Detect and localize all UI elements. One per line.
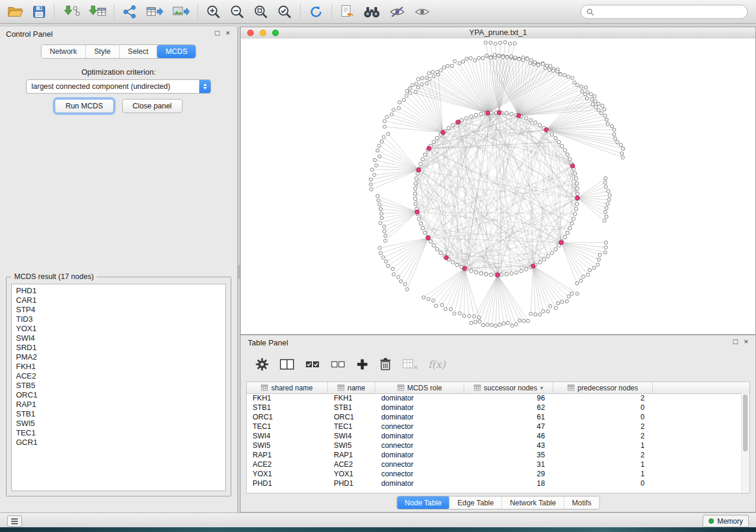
close-panel-icon[interactable]: × <box>744 337 748 346</box>
network-leaf-node[interactable] <box>586 273 590 277</box>
delete-column-button[interactable] <box>379 357 392 371</box>
network-node[interactable] <box>576 187 579 190</box>
mcds-result-item[interactable]: SRD1 <box>12 343 225 352</box>
network-leaf-node[interactable] <box>380 140 384 143</box>
network-leaf-node[interactable] <box>380 216 384 220</box>
export-image-button[interactable] <box>172 5 190 19</box>
mcds-result-item[interactable]: STB1 <box>12 409 225 419</box>
network-leaf-node[interactable] <box>383 120 387 123</box>
network-leaf-node[interactable] <box>373 158 377 162</box>
network-node[interactable] <box>474 113 478 117</box>
network-leaf-node[interactable] <box>489 56 493 60</box>
network-dominator-node[interactable] <box>427 146 431 150</box>
network-leaf-node[interactable] <box>382 136 386 139</box>
network-node[interactable] <box>413 192 417 196</box>
network-leaf-node[interactable] <box>481 56 485 60</box>
network-leaf-node[interactable] <box>589 92 593 96</box>
network-dominator-node[interactable] <box>516 114 521 118</box>
network-leaf-node[interactable] <box>376 149 379 152</box>
network-node[interactable] <box>432 140 435 144</box>
table-row[interactable]: YOX1YOX1connector291 <box>247 469 742 479</box>
network-leaf-node[interactable] <box>409 86 412 90</box>
table-row[interactable]: ORC1ORC1dominator610 <box>247 412 742 422</box>
table-row[interactable]: ACE2ACE2connector311 <box>247 460 742 469</box>
network-leaf-node[interactable] <box>422 296 426 299</box>
network-node[interactable] <box>474 271 478 274</box>
network-leaf-node[interactable] <box>606 202 610 206</box>
network-leaf-node[interactable] <box>573 81 576 85</box>
network-leaf-node[interactable] <box>593 266 596 270</box>
network-node[interactable] <box>435 248 439 251</box>
mcds-result-item[interactable]: SWI5 <box>12 419 225 428</box>
network-leaf-node[interactable] <box>385 116 389 119</box>
network-leaf-node[interactable] <box>621 147 625 150</box>
table-row[interactable]: TEC1TEC1connector472 <box>247 422 742 431</box>
network-node[interactable] <box>455 263 459 267</box>
search-box[interactable] <box>580 5 748 19</box>
tab-edge-table[interactable]: Edge Table <box>450 496 502 509</box>
network-leaf-node[interactable] <box>591 98 594 101</box>
mcds-result-item[interactable]: ACE2 <box>12 371 225 381</box>
network-node[interactable] <box>575 207 578 211</box>
network-leaf-node[interactable] <box>478 320 481 323</box>
network-node[interactable] <box>500 273 503 277</box>
network-leaf-node[interactable] <box>420 83 424 86</box>
network-leaf-node[interactable] <box>582 275 585 278</box>
network-leaf-node[interactable] <box>399 280 403 283</box>
export-table-button[interactable] <box>146 5 164 19</box>
network-leaf-node[interactable] <box>614 137 617 140</box>
network-leaf-node[interactable] <box>467 315 471 318</box>
network-leaf-node[interactable] <box>576 292 579 296</box>
column-header-shared-name[interactable]: shared name <box>247 382 328 393</box>
network-leaf-node[interactable] <box>604 241 608 245</box>
network-leaf-node[interactable] <box>420 76 424 80</box>
network-leaf-node[interactable] <box>432 75 436 78</box>
column-header-successor-nodes[interactable]: successor nodes▾ <box>464 382 553 393</box>
network-node[interactable] <box>470 269 473 273</box>
network-leaf-node[interactable] <box>597 258 601 261</box>
network-leaf-node[interactable] <box>481 323 485 327</box>
mcds-result-item[interactable]: GCR1 <box>12 438 225 447</box>
network-node[interactable] <box>554 248 557 251</box>
network-leaf-node[interactable] <box>548 68 551 72</box>
network-leaf-node[interactable] <box>449 307 452 311</box>
network-node[interactable] <box>566 231 569 235</box>
network-leaf-node[interactable] <box>384 260 388 264</box>
network-leaf-node[interactable] <box>473 315 476 318</box>
network-node[interactable] <box>575 177 578 180</box>
network-leaf-node[interactable] <box>383 230 387 233</box>
network-node[interactable] <box>573 172 577 175</box>
network-leaf-node[interactable] <box>604 210 607 214</box>
function-builder-button-disabled[interactable]: f(x) <box>428 358 445 370</box>
network-leaf-node[interactable] <box>442 66 446 69</box>
network-leaf-node[interactable] <box>403 283 407 286</box>
network-leaf-node[interactable] <box>436 73 440 76</box>
network-leaf-node[interactable] <box>380 212 384 216</box>
network-node[interactable] <box>419 222 423 225</box>
minimize-window-button[interactable] <box>260 30 266 36</box>
network-leaf-node[interactable] <box>598 253 602 257</box>
network-dominator-node[interactable] <box>570 164 575 168</box>
network-leaf-node[interactable] <box>615 140 619 144</box>
delete-table-button-disabled[interactable] <box>402 358 418 370</box>
mcds-result-item[interactable]: STP4 <box>12 305 225 315</box>
network-node[interactable] <box>451 123 455 127</box>
network-leaf-node[interactable] <box>527 319 530 323</box>
network-leaf-node[interactable] <box>477 316 481 319</box>
network-leaf-node[interactable] <box>513 56 517 59</box>
network-leaf-node[interactable] <box>601 104 604 108</box>
import-table-button[interactable] <box>88 5 106 19</box>
network-leaf-node[interactable] <box>484 41 487 44</box>
close-panel-icon[interactable]: × <box>225 28 230 37</box>
network-leaf-node[interactable] <box>477 56 481 60</box>
network-leaf-node[interactable] <box>382 225 386 229</box>
network-node[interactable] <box>489 273 493 277</box>
network-leaf-node[interactable] <box>545 64 548 68</box>
network-node[interactable] <box>465 117 468 120</box>
network-leaf-node[interactable] <box>607 190 610 193</box>
search-network-button[interactable] <box>363 5 381 18</box>
network-leaf-node[interactable] <box>406 288 409 291</box>
network-node[interactable] <box>413 187 417 190</box>
network-leaf-node[interactable] <box>518 57 521 61</box>
network-dominator-node[interactable] <box>456 120 460 124</box>
